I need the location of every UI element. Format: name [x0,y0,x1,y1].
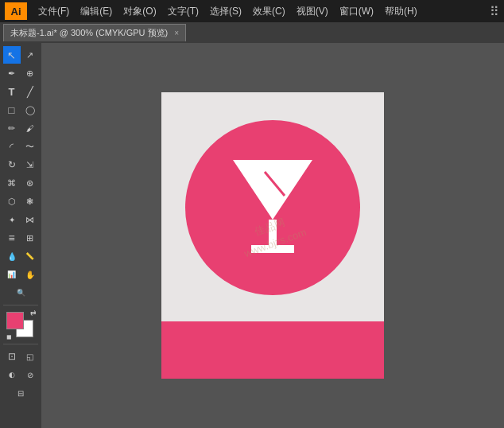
anchor-tool[interactable] [21,64,39,82]
pen-tool[interactable] [3,64,21,82]
menu-help[interactable]: 帮助(H) [380,3,422,20]
tool-group-brush [3,119,39,137]
tool-group-blob [3,193,39,210]
toolbar-separator [3,305,38,305]
view-mode-group: ⊡ ◱ [3,348,39,365]
tool-group-text [3,83,39,100]
screen-mode-normal[interactable]: ⊡ [3,348,21,365]
toolbar: ⇄ ◼ ⊡ ◱ ◐ ⊘ ⊟ [0,43,41,428]
svg-rect-2 [251,245,294,253]
artboard-bottom [161,321,384,379]
pencil-tool[interactable] [3,119,21,137]
arrange-tool[interactable]: ⊟ [12,384,29,402]
tool-group-zoom [12,284,29,302]
brush-tool[interactable] [21,119,39,137]
color-area: ⇄ ◼ [6,312,35,340]
direct-select-tool[interactable] [21,46,39,64]
bar-graph-tool[interactable] [3,229,21,247]
grid-tool[interactable] [21,229,39,247]
gradient-tool[interactable]: ◐ [3,366,21,383]
blend-tool[interactable] [21,211,39,228]
default-colors-icon[interactable]: ◼ [6,333,12,340]
arc-tool[interactable] [3,138,21,155]
tool-group-symbol [3,211,39,228]
pink-circle [185,120,360,295]
swatch-wrapper: ⇄ ◼ [6,312,35,340]
tool-group-measure [3,247,39,265]
tab-close-button[interactable]: × [174,29,179,37]
tab-bar: 未标题-1.ai* @ 300% (CMYK/GPU 预览) × [0,22,504,43]
artboard: 佳品网 www.bjzs.com [161,92,384,379]
line-tool[interactable] [21,83,39,100]
window-controls: ⠿ [490,4,499,19]
tool-group-shape [3,101,39,119]
blob-brush-tool[interactable] [3,193,21,210]
app-logo: Ai [5,2,27,20]
select-tool[interactable] [3,46,21,64]
graph-tool[interactable] [3,266,21,283]
menu-select[interactable]: 选择(S) [205,3,246,20]
artboard-top [161,92,384,323]
main-layout: ⇄ ◼ ⊡ ◱ ◐ ⊘ ⊟ [0,43,504,428]
symbol-tool[interactable] [3,211,21,228]
ellipse-tool[interactable] [21,101,39,119]
tool-group-select [3,46,39,64]
tool-group-pen [3,64,39,82]
foreground-color-swatch[interactable] [6,312,24,329]
menu-bar: 文件(F) 编辑(E) 对象(O) 文字(T) 选择(S) 效果(C) 视图(V… [33,3,487,20]
tool-group-hand [3,266,39,283]
menu-effect[interactable]: 效果(C) [248,3,290,20]
hand-tool[interactable] [21,266,39,283]
menu-view[interactable]: 视图(V) [292,3,333,20]
text-tool[interactable] [3,83,21,100]
extra-tools-group: ◐ ⊘ [3,366,39,383]
measure-tool[interactable] [21,247,39,265]
svg-marker-0 [233,160,312,220]
none-fill[interactable]: ⊘ [21,366,39,383]
menu-object[interactable]: 对象(O) [118,3,161,20]
canvas-area: 佳品网 www.bjzs.com [41,43,504,428]
menu-text[interactable]: 文字(T) [163,3,204,20]
warp-tool[interactable] [3,174,21,192]
arrange-group: ⊟ [12,384,29,402]
eyedropper-tool[interactable] [3,247,21,265]
zoom-tool[interactable] [12,284,29,302]
eraser-tool[interactable] [21,193,39,210]
tool-group-graph [3,229,39,247]
screen-mode-full[interactable]: ◱ [21,348,39,365]
swap-colors-icon[interactable]: ⇄ [30,309,37,317]
tool-group-arc [3,138,39,155]
cocktail-glass-icon [221,148,324,267]
puppet-tool[interactable] [21,174,39,192]
toolbar-separator-2 [3,344,38,344]
scale-tool[interactable] [21,156,39,173]
document-tab[interactable]: 未标题-1.ai* @ 300% (CMYK/GPU 预览) × [3,24,186,41]
smooth-tool[interactable] [21,138,39,155]
tool-group-rotate [3,156,39,173]
rotate-tool[interactable] [3,156,21,173]
svg-rect-1 [269,220,277,247]
menu-file[interactable]: 文件(F) [33,3,74,20]
menu-edit[interactable]: 编辑(E) [76,3,117,20]
tab-label: 未标题-1.ai* @ 300% (CMYK/GPU 预览) [10,27,168,39]
tool-group-warp [3,174,39,192]
rectangle-tool[interactable] [3,101,21,119]
title-bar: Ai 文件(F) 编辑(E) 对象(O) 文字(T) 选择(S) 效果(C) 视… [0,0,504,22]
menu-window[interactable]: 窗口(W) [335,3,378,20]
